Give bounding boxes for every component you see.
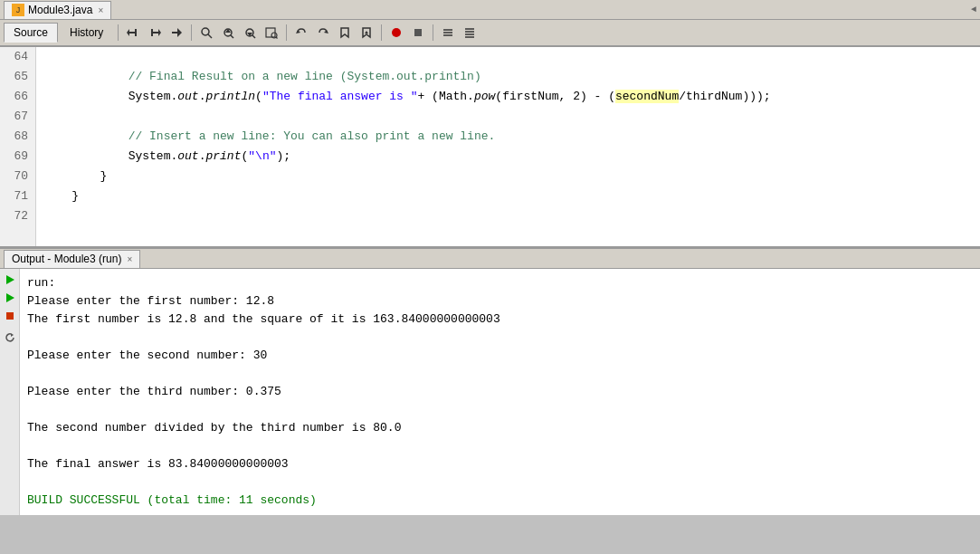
- toolbar-btn-prev-bookmark[interactable]: [357, 23, 376, 43]
- code-line-67: [43, 107, 973, 127]
- code-line-70: }: [43, 167, 973, 186]
- toolbar-btn-lines[interactable]: [438, 23, 458, 43]
- svg-marker-23: [365, 31, 368, 33]
- svg-marker-20: [324, 30, 328, 33]
- output-line-1: run:: [27, 274, 973, 292]
- code-line-71: }: [43, 186, 973, 206]
- run-icon[interactable]: [3, 272, 17, 287]
- toolbar-btn-lines2[interactable]: [460, 23, 480, 43]
- history-tab[interactable]: History: [60, 23, 113, 43]
- toolbar-sep-4: [381, 24, 382, 41]
- run-again-icon[interactable]: [3, 291, 17, 305]
- scroll-arrow-right: ◄: [971, 5, 980, 14]
- toolbar-btn-find-in-proj[interactable]: [262, 23, 281, 43]
- output-line-blank-1: [27, 329, 973, 347]
- svg-rect-2: [135, 29, 137, 36]
- output-text[interactable]: run: Please enter the first number: 12.8…: [20, 269, 980, 515]
- output-line-8: BUILD SUCCESSFUL (total time: 11 seconds…: [27, 492, 973, 510]
- output-tab-close-icon[interactable]: ×: [127, 254, 132, 264]
- toolbar-btn-find-prev[interactable]: [218, 23, 238, 43]
- svg-rect-35: [6, 312, 14, 320]
- output-line-blank-4: [27, 437, 973, 455]
- source-tab[interactable]: Source: [4, 23, 58, 43]
- file-tab-close-icon[interactable]: ×: [98, 5, 103, 15]
- svg-marker-7: [177, 28, 182, 37]
- stop-output-icon[interactable]: [3, 309, 17, 323]
- toolbar-btn-redo[interactable]: [313, 23, 333, 43]
- file-tab-bar: J Module3.java × ◄: [0, 0, 980, 20]
- toolbar-btn-find-next[interactable]: [240, 23, 260, 43]
- toolbar-sep-2: [191, 24, 192, 41]
- toolbar-btn-square[interactable]: [408, 23, 428, 43]
- svg-marker-36: [11, 333, 14, 337]
- rerun-icon[interactable]: [3, 330, 17, 345]
- svg-rect-25: [414, 29, 422, 36]
- code-content[interactable]: // Final Result on a new line (System.ou…: [36, 47, 980, 246]
- output-tab-bar: Output - Module3 (run) ×: [0, 249, 980, 269]
- code-line-69: System.out.print("\n");: [43, 147, 973, 167]
- svg-point-24: [392, 28, 401, 37]
- toolbar-sep-5: [433, 24, 433, 41]
- toolbar-btn-last-edit[interactable]: [167, 23, 186, 43]
- file-tab-label: Module3.java: [28, 4, 92, 16]
- svg-marker-4: [158, 29, 161, 36]
- output-line-blank-2: [27, 365, 973, 383]
- toolbar: Source History: [0, 20, 980, 47]
- svg-line-11: [231, 35, 233, 38]
- output-line-3: The first number is 12.8 and the square …: [27, 310, 973, 329]
- code-line-65: // Final Result on a new line (System.ou…: [43, 67, 973, 87]
- svg-point-8: [202, 28, 209, 35]
- output-panel: Output - Module3 (run) × run: Please ent…: [0, 247, 980, 515]
- output-line-4: Please enter the second number: 30: [27, 347, 973, 365]
- code-line-68: // Insert a new line: You can also print…: [43, 127, 973, 147]
- file-icon: J: [12, 4, 24, 16]
- output-line-7: The final answer is 83.84000000000003: [27, 455, 973, 473]
- output-line-blank-3: [27, 401, 973, 419]
- code-line-64: [43, 47, 973, 67]
- line-numbers: 64 65 66 67 68 69 70 71 72: [0, 47, 36, 246]
- toolbar-btn-fwd[interactable]: [145, 23, 165, 43]
- toolbar-sep-1: [118, 24, 119, 41]
- svg-line-18: [276, 37, 278, 39]
- toolbar-btn-find[interactable]: [196, 23, 216, 43]
- svg-marker-33: [6, 275, 14, 284]
- code-line-66: System.out.println("The final answer is …: [43, 87, 973, 107]
- svg-line-9: [208, 34, 212, 38]
- file-tab[interactable]: J Module3.java ×: [4, 1, 111, 19]
- toolbar-btn-back[interactable]: [123, 23, 143, 43]
- svg-rect-5: [151, 29, 153, 36]
- svg-marker-21: [341, 28, 348, 37]
- code-line-72: [43, 206, 973, 226]
- output-sidebar: [0, 269, 20, 515]
- toolbar-btn-toggle-bookmark[interactable]: [335, 23, 355, 43]
- output-line-blank-5: [27, 473, 973, 492]
- toolbar-btn-stop[interactable]: [386, 23, 406, 43]
- code-area: 64 65 66 67 68 69 70 71 72 // Final Resu…: [0, 47, 980, 246]
- output-body: run: Please enter the first number: 12.8…: [0, 269, 980, 515]
- output-line-6: The second number divided by the third n…: [27, 419, 973, 437]
- output-line-5: Please enter the third number: 0.375: [27, 383, 973, 401]
- svg-marker-19: [296, 30, 300, 33]
- toolbar-btn-undo[interactable]: [291, 23, 311, 43]
- output-tab[interactable]: Output - Module3 (run) ×: [4, 250, 140, 268]
- editor-panel: J Module3.java × ◄ Source History: [0, 0, 980, 247]
- toolbar-sep-3: [286, 24, 287, 41]
- output-tab-label: Output - Module3 (run): [12, 253, 121, 265]
- svg-line-14: [252, 35, 255, 38]
- output-line-2: Please enter the first number: 12.8: [27, 292, 973, 310]
- svg-marker-1: [127, 29, 129, 36]
- svg-marker-34: [6, 293, 14, 302]
